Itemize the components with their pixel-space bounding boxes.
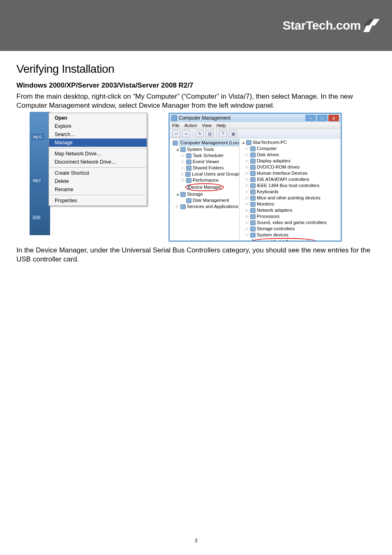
maximize-button[interactable]: □: [317, 115, 327, 121]
expand-icon[interactable]: ▷: [245, 232, 249, 238]
menu-item[interactable]: View: [202, 123, 212, 128]
minimize-button[interactable]: –: [305, 115, 316, 121]
expand-icon[interactable]: ▷: [245, 164, 249, 170]
context-menu-item[interactable]: Properties: [49, 197, 147, 205]
tree-node-label: StarTechcom-PC: [253, 139, 287, 146]
tree-row[interactable]: Device Manager: [171, 183, 239, 191]
tree-row[interactable]: ◢StarTechcom-PC: [240, 139, 341, 146]
context-menu-item[interactable]: Search…: [49, 130, 147, 139]
expand-icon[interactable]: ▷: [175, 204, 179, 210]
tree-node-label: Storage controllers: [257, 226, 295, 232]
context-menu: OpenExploreSearch…ManageMap Network Driv…: [48, 113, 147, 206]
context-menu-item[interactable]: Explore: [49, 122, 147, 130]
tree-row[interactable]: ▷Monitors: [240, 201, 341, 207]
toolbar-button[interactable]: ?: [219, 130, 227, 137]
tree-row[interactable]: ▷Task Scheduler: [171, 153, 239, 159]
tree-row[interactable]: ▷ Universal Serial Bus controllers: [240, 238, 341, 240]
tree-row[interactable]: ▷IDE ATA/ATAPI controllers: [240, 176, 341, 183]
desktop-icon-my-network: My I: [32, 178, 42, 183]
window-titlebar: Computer Management – □ x: [170, 114, 341, 122]
expand-icon[interactable]: ▷: [245, 207, 249, 213]
tree-row[interactable]: ▷Mice and other pointing devices: [240, 195, 341, 201]
tree-row[interactable]: Computer Management (Local: [171, 139, 239, 146]
logo-mark-icon: [363, 19, 380, 32]
context-menu-item[interactable]: Delete: [49, 177, 147, 185]
context-menu-item[interactable]: Manage: [49, 139, 147, 147]
highlight-ring: Device Manager: [185, 183, 224, 191]
context-menu-item[interactable]: Create Shortcut: [49, 169, 147, 177]
tree-row[interactable]: ▷Performance: [171, 177, 239, 183]
tree-node-icon: [185, 172, 191, 177]
after-text: In the Device Manager, under the Univers…: [16, 246, 376, 264]
expand-icon[interactable]: ▷: [245, 158, 249, 164]
expand-icon[interactable]: ▷: [245, 239, 249, 240]
toolbar-button[interactable]: ▤: [205, 130, 214, 137]
tree-row[interactable]: ▷Computer: [240, 146, 341, 152]
expand-icon[interactable]: ▷: [245, 226, 249, 232]
tree-node-label: Local Users and Groups: [192, 171, 240, 177]
expand-icon[interactable]: ▷: [245, 170, 249, 176]
tree-row[interactable]: ◢Storage: [171, 191, 239, 197]
expand-icon[interactable]: ▷: [181, 165, 185, 171]
toolbar: ⇦⇨✎▤?▦: [170, 129, 341, 139]
menu-item[interactable]: Help: [217, 123, 226, 128]
tree-node-icon: [250, 233, 256, 238]
expand-icon[interactable]: ▷: [245, 152, 249, 158]
tree-row[interactable]: ▷DVD/CD-ROM drives: [240, 164, 341, 170]
tree-row[interactable]: ▷Storage controllers: [240, 226, 341, 232]
expand-icon[interactable]: ▷: [245, 201, 249, 207]
tree-node-label: Shared Folders: [193, 165, 224, 171]
tree-row[interactable]: ▷Disk drives: [240, 152, 341, 158]
tree-row[interactable]: ▷System devices: [240, 232, 341, 238]
tree-node-label: Device Manager: [189, 185, 221, 190]
context-menu-item[interactable]: Open: [49, 114, 147, 122]
tree-node-label: DVD/CD-ROM drives: [257, 164, 300, 170]
tree-node-icon: [250, 183, 256, 188]
tree-node-label: System Tools: [187, 146, 214, 153]
toolbar-button[interactable]: ✎: [196, 130, 204, 137]
window-title: Computer Management: [179, 115, 231, 121]
expand-icon[interactable]: ◢: [175, 146, 179, 153]
context-menu-item[interactable]: Disconnect Network Drive…: [49, 158, 147, 166]
expand-icon[interactable]: ▷: [181, 153, 185, 159]
tree-row[interactable]: ▷Display adapters: [240, 158, 341, 164]
close-button[interactable]: x: [328, 115, 339, 121]
expand-icon[interactable]: ▷: [245, 189, 249, 195]
expand-icon[interactable]: ▷: [245, 195, 249, 201]
expand-icon[interactable]: ◢: [175, 191, 179, 197]
tree-row[interactable]: ▷Network adapters: [240, 207, 341, 213]
tree-row[interactable]: ▷Keyboards: [240, 189, 341, 195]
toolbar-button[interactable]: ⇦: [172, 130, 180, 137]
expand-icon[interactable]: ▷: [245, 213, 249, 220]
expand-icon[interactable]: ▷: [245, 183, 249, 189]
expand-icon[interactable]: ▷: [181, 159, 185, 165]
expand-icon[interactable]: ▷: [181, 177, 185, 183]
toolbar-button[interactable]: ▦: [229, 130, 237, 137]
logo: StarTech.com: [283, 18, 380, 32]
tree-row[interactable]: ▷IEEE 1394 Bus host controllers: [240, 183, 341, 189]
toolbar-button[interactable]: ⇨: [182, 130, 190, 137]
menu-item[interactable]: Action: [184, 123, 197, 128]
expand-icon[interactable]: ▷: [245, 146, 249, 152]
context-menu-item[interactable]: Map Network Drive…: [49, 150, 147, 158]
tree-row[interactable]: ▷Shared Folders: [171, 165, 239, 171]
context-menu-item[interactable]: Rename: [49, 185, 147, 194]
tree-row[interactable]: Disk Management: [171, 197, 239, 204]
tree-row[interactable]: ▷Services and Applications: [171, 204, 239, 210]
menu-item[interactable]: File: [172, 123, 180, 128]
tree-node-icon: [250, 220, 256, 225]
expand-icon[interactable]: ◢: [241, 139, 245, 146]
tree-row[interactable]: ▷Local Users and Groups: [171, 171, 239, 177]
tree-row[interactable]: ▷Event Viewer: [171, 159, 239, 165]
tree-row[interactable]: ◢System Tools: [171, 146, 239, 153]
tree-node-label: Services and Applications: [187, 204, 238, 210]
tree-node-icon: [173, 141, 178, 146]
tree-row[interactable]: ▷Sound, video and game controllers: [240, 220, 341, 226]
expand-icon[interactable]: ▷: [181, 171, 184, 177]
expand-icon[interactable]: ▷: [245, 176, 249, 183]
expand-icon[interactable]: ▷: [245, 220, 249, 226]
page-content: Verifying Installation Windows 2000/XP/S…: [0, 51, 392, 264]
tree-row[interactable]: ▷Processors: [240, 213, 341, 220]
tree-row[interactable]: ▷Human Interface Devices: [240, 170, 341, 176]
tree-node-icon: [250, 177, 256, 182]
